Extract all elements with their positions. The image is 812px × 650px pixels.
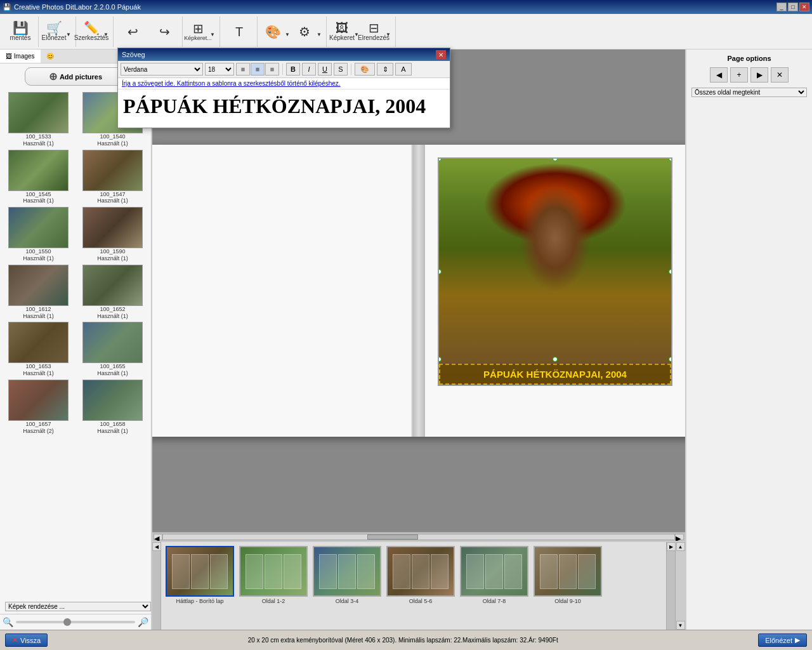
- color-button[interactable]: 🎨: [355, 63, 375, 76]
- text-dialog-content[interactable]: PÁPUÁK HÉTKÖZNAPJAI, 2004: [118, 90, 450, 128]
- filter-button[interactable]: ⚙ ▼: [293, 18, 324, 46]
- canvas-scrollbar-h: ◀ ▶: [152, 532, 685, 541]
- close-button[interactable]: ✕: [799, 3, 809, 11]
- strip-item-oldal910[interactable]: Oldal 9-10: [533, 546, 603, 604]
- preview-nav-button[interactable]: Előnézet ▶: [758, 633, 807, 647]
- sel-handle-tr[interactable]: [669, 157, 672, 161]
- strip-scroll-area[interactable]: Háttlap - Borító lapOldal 1-2Oldal 3-4Ol…: [161, 542, 666, 630]
- arrange-icon: ⊟: [369, 22, 379, 34]
- sel-handle-mr[interactable]: [669, 269, 672, 274]
- thumb-item-100_1533[interactable]: 100_1533Használt (1): [3, 92, 74, 147]
- strip-item-hatcim[interactable]: Háttlap - Borító lap: [165, 546, 235, 604]
- align-center-button[interactable]: ≡: [251, 63, 265, 76]
- vscroll-up-btn[interactable]: ▲: [676, 542, 685, 551]
- italic-button[interactable]: I: [302, 63, 316, 76]
- tab-images[interactable]: 🖼 Images: [0, 50, 41, 63]
- thumb-label-100_1658: 100_1658Használt (1): [97, 421, 128, 435]
- thumb-item-100_1545[interactable]: 100_1545Használt (1): [3, 150, 74, 205]
- strip-item-oldal34[interactable]: Oldal 3-4: [312, 546, 382, 604]
- strip-label-oldal910: Oldal 9-10: [554, 598, 581, 604]
- h-scroll-thumb[interactable]: [367, 534, 418, 540]
- strip-label-oldal34: Oldal 3-4: [336, 598, 359, 604]
- photo-text-label[interactable]: PÁPUÁK HÉTKÖZNAPJAI, 2004: [439, 364, 671, 385]
- underline-button[interactable]: U: [318, 63, 332, 76]
- thumb-item-100_1655[interactable]: 100_1655Használt (1): [77, 322, 148, 377]
- page-prev-button[interactable]: ◀: [710, 67, 728, 83]
- frame-button[interactable]: 🖼 Képkeret ▼: [331, 18, 361, 46]
- sel-handle-br[interactable]: [669, 357, 672, 362]
- thumb-label-100_1545: 100_1545Használt (1): [23, 191, 54, 205]
- redo-button[interactable]: ↪: [149, 18, 180, 46]
- strip-item-oldal56[interactable]: Oldal 5-6: [386, 546, 455, 604]
- thumb-item-100_1612[interactable]: 100_1612Használt (1): [3, 265, 74, 320]
- text-icon: T: [235, 25, 243, 38]
- strip-right-vscroll: ▲ ▼: [675, 542, 685, 630]
- thumb-item-100_1658[interactable]: 100_1658Használt (1): [77, 380, 148, 435]
- sel-handle-bm[interactable]: [553, 357, 558, 362]
- statusbar: ✕ Vissza 20 x 20 cm extra keményborítóva…: [0, 630, 812, 650]
- add-pictures-button[interactable]: ⊕ Add pictures: [25, 67, 126, 86]
- sort-select[interactable]: Képek rendezése ...: [5, 602, 151, 611]
- font-size-select[interactable]: 8101214161820242832364872: [205, 63, 234, 76]
- save-icon: 💾: [13, 22, 29, 34]
- bold-button[interactable]: B: [286, 63, 300, 76]
- thumb-item-100_1653[interactable]: 100_1653Használt (1): [3, 322, 74, 377]
- zoom-slider[interactable]: [16, 621, 135, 623]
- strip-label-oldal78: Oldal 7-8: [483, 598, 506, 604]
- strip-left-btn[interactable]: ◀: [152, 542, 161, 551]
- page-add-button[interactable]: +: [730, 67, 748, 83]
- strip-scroll-left: ◀: [152, 542, 161, 630]
- thumbnail-grid: 100_1533Használt (1)100_1540Használt (1)…: [0, 90, 151, 599]
- redo-icon: ↪: [159, 25, 170, 38]
- back-button[interactable]: ✕ Vissza: [5, 633, 48, 647]
- toolbar-group-edit: ✏️ Szerkesztés ▼: [77, 17, 114, 47]
- zoom-out-icon[interactable]: 🔍: [3, 617, 13, 627]
- page-del-button[interactable]: ✕: [771, 67, 789, 83]
- edit-button[interactable]: ✏️ Szerkesztés ▼: [80, 18, 110, 46]
- vscroll-down-btn[interactable]: ▼: [676, 621, 685, 630]
- tab-smiley[interactable]: 😊: [41, 50, 60, 63]
- thumb-item-100_1590[interactable]: 100_1590Használt (1): [77, 207, 148, 262]
- separator-2: [351, 63, 351, 75]
- status-text: 20 x 20 cm extra keményborítóval (Méret …: [248, 637, 558, 644]
- align-left-button[interactable]: ≡: [236, 63, 250, 76]
- right-panel: Page options ◀ + ▶ ✕ Összes oldal megtek…: [685, 50, 812, 630]
- style-button[interactable]: 🎨 ▼: [261, 18, 292, 46]
- special-button[interactable]: A: [395, 63, 412, 76]
- layout-button[interactable]: ⊞ Képkeret... ▼: [187, 18, 217, 46]
- thumb-item-100_1652[interactable]: 100_1652Használt (1): [77, 265, 148, 320]
- zoom-thumb[interactable]: [63, 618, 71, 626]
- strikethrough-button[interactable]: S: [334, 63, 348, 76]
- thumb-label-100_1533: 100_1533Használt (1): [23, 133, 54, 147]
- images-tab-icon: 🖼: [6, 53, 12, 60]
- thumb-img-100_1652: [82, 265, 143, 306]
- arrange-button[interactable]: ⊟ Elrendezés ▼: [362, 18, 393, 46]
- page-next-button[interactable]: ▶: [750, 67, 768, 83]
- thumb-item-100_1547[interactable]: 100_1547Használt (1): [77, 150, 148, 205]
- h-scroll-left[interactable]: ◀: [154, 534, 162, 540]
- zoom-in-icon[interactable]: 🔎: [138, 617, 148, 627]
- thumb-label-100_1540: 100_1540Használt (1): [97, 133, 128, 147]
- text-button[interactable]: T: [224, 18, 254, 46]
- font-select[interactable]: ArialVerdanaTimes New RomanCourier: [121, 63, 203, 76]
- undo-button[interactable]: ↩: [117, 18, 148, 46]
- thumb-item-100_1657[interactable]: 100_1657Használt (2): [3, 380, 74, 435]
- minimize-button[interactable]: _: [776, 3, 787, 11]
- app-icon: 💾: [3, 3, 11, 11]
- strip-item-oldal12[interactable]: Oldal 1-2: [239, 546, 308, 604]
- save-button[interactable]: 💾 mentés: [5, 18, 36, 46]
- strip-item-oldal78[interactable]: Oldal 7-8: [459, 546, 529, 604]
- page-view-select[interactable]: Összes oldal megtekint: [691, 88, 807, 97]
- spacing-button[interactable]: ⇕: [377, 63, 393, 76]
- maximize-button[interactable]: □: [788, 3, 798, 11]
- h-scroll-right[interactable]: ▶: [675, 534, 684, 540]
- toolbar-group-frame: 🖼 Képkeret ▼ ⊟ Elrendezés ▼: [328, 17, 396, 47]
- align-right-button[interactable]: ≡: [265, 63, 279, 76]
- thumb-item-100_1550[interactable]: 100_1550Használt (1): [3, 207, 74, 262]
- preview-button[interactable]: 🛒 Előnézet ▼: [43, 18, 73, 46]
- thumb-img-100_1657: [8, 380, 69, 421]
- text-dialog-close-button[interactable]: ✕: [436, 50, 446, 59]
- strip-right-btn[interactable]: ▶: [667, 542, 676, 551]
- thumb-img-100_1590: [82, 207, 143, 248]
- toolbar-group-actions: ↩ ↪: [115, 17, 183, 47]
